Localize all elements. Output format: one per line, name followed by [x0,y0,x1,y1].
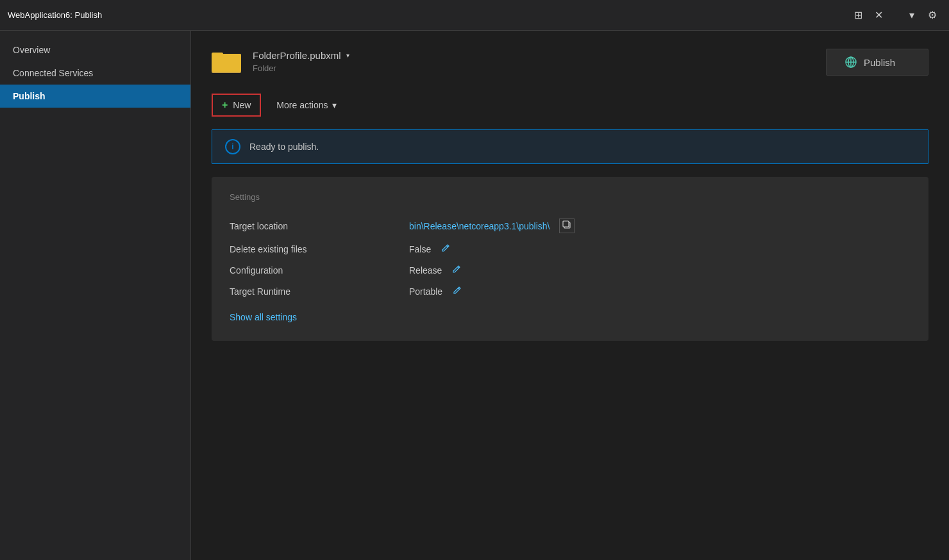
toolbar: + New More actions ▾ [212,94,928,117]
delete-files-value: False [409,244,431,254]
settings-label-target-runtime: Target Runtime [230,286,409,297]
profile-dropdown-arrow[interactable]: ▾ [346,52,349,59]
plus-icon: + [222,99,228,111]
configuration-value: Release [409,265,442,276]
title-bar-controls: ⊞ ✕ ▾ ⚙ [849,6,941,24]
profile-info: FolderProfile.pubxml ▾ Folder [253,50,349,73]
more-actions-button[interactable]: More actions ▾ [271,95,341,115]
publish-globe-icon [844,56,857,69]
svg-rect-8 [563,221,569,227]
more-actions-arrow-icon: ▾ [332,100,337,110]
new-button[interactable]: + New [212,94,261,117]
info-icon: i [225,139,240,154]
status-banner: i Ready to publish. [212,129,928,164]
new-button-label: New [233,100,251,110]
close-button[interactable]: ✕ [869,6,887,24]
edit-icon-target-runtime[interactable] [453,286,462,297]
svg-line-11 [458,288,460,290]
sidebar-item-overview[interactable]: Overview [0,38,190,62]
settings-row-configuration: Configuration Release [230,259,911,281]
profile-name-row: FolderProfile.pubxml ▾ [253,50,349,61]
settings-label-delete-files: Delete existing files [230,244,409,254]
target-runtime-value: Portable [409,286,442,297]
publish-button-label: Publish [864,57,895,68]
title-bar: WebApplication6: Publish ⊞ ✕ ▾ ⚙ [0,0,949,31]
svg-line-10 [458,267,459,268]
main-layout: Overview Connected Services Publish Fold… [0,31,949,560]
settings-label-configuration: Configuration [230,265,409,276]
svg-rect-2 [212,54,241,72]
profile-type: Folder [253,63,349,73]
settings-button[interactable]: ⚙ [923,6,941,24]
profile-name-text: FolderProfile.pubxml [253,50,341,61]
folder-icon [212,49,242,74]
copy-icon[interactable] [559,218,575,233]
settings-value-target-runtime: Portable [409,286,462,297]
settings-card: Settings Target location bin\Release\net… [212,177,928,341]
settings-row-target-runtime: Target Runtime Portable [230,281,911,302]
show-all-settings-link[interactable]: Show all settings [230,312,297,322]
sidebar: Overview Connected Services Publish [0,31,191,560]
profile-header: FolderProfile.pubxml ▾ Folder Publi [212,49,928,76]
svg-line-9 [447,246,448,247]
sidebar-item-publish[interactable]: Publish [0,85,190,108]
pin-button[interactable]: ⊞ [849,6,867,24]
edit-icon-delete-files[interactable] [441,243,450,254]
sidebar-item-connected-services[interactable]: Connected Services [0,62,190,85]
publish-main-button[interactable]: Publish [826,49,928,76]
edit-icon-configuration[interactable] [452,265,461,276]
more-actions-label: More actions [276,100,328,110]
content-area: FolderProfile.pubxml ▾ Folder Publi [191,31,949,560]
globe-svg [844,56,857,69]
settings-value-delete-files: False [409,243,450,254]
settings-value-configuration: Release [409,265,461,276]
title-bar-text: WebApplication6: Publish [8,10,849,20]
target-location-value: bin\Release\netcoreapp3.1\publish\ [409,221,550,231]
settings-value-target-location: bin\Release\netcoreapp3.1\publish\ [409,218,575,233]
dropdown-button[interactable]: ▾ [903,6,921,24]
profile-left: FolderProfile.pubxml ▾ Folder [212,49,349,74]
settings-row-target-location: Target location bin\Release\netcoreapp3.… [230,213,911,238]
status-text: Ready to publish. [249,142,319,152]
settings-row-delete-files: Delete existing files False [230,238,911,259]
settings-label-target-location: Target location [230,221,409,231]
settings-title: Settings [230,192,911,202]
